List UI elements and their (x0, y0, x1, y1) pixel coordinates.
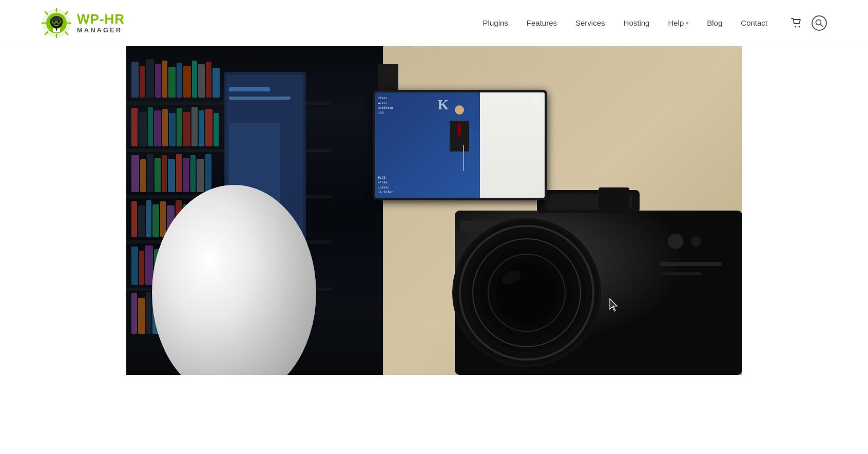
svg-line-19 (821, 24, 823, 27)
nav-item-services[interactable]: Services (575, 18, 605, 27)
vf-hud-line-3: 3:104min (378, 105, 393, 110)
nav-item-features[interactable]: Features (527, 18, 557, 27)
vf-hud-tr-1: 1:920 (531, 96, 540, 101)
hero-image-section: K 26min 42min 3:104min 153 1:920 50i FLC… (0, 46, 868, 375)
vf-k-letter: K (438, 97, 449, 113)
vf-hud-bl-2: close (378, 180, 393, 185)
cart-icon (791, 18, 802, 28)
nav-utility-icons (791, 15, 827, 31)
vf-hud-tr-2: 50i (531, 101, 540, 106)
svg-point-16 (795, 26, 797, 27)
vf-screen-content: K 26min 42min 3:104min 153 1:920 50i FLC… (375, 92, 545, 198)
nav-item-help[interactable]: Help ▿ (668, 18, 688, 27)
nav-item-hosting[interactable]: Hosting (624, 18, 650, 27)
svg-rect-119 (660, 262, 722, 266)
viewfinder-screen: K 26min 42min 3:104min 153 1:920 50i FLC… (373, 90, 547, 200)
svg-rect-96 (229, 97, 291, 100)
nav-item-contact[interactable]: Contact (741, 18, 767, 27)
mouse-cursor (609, 298, 619, 314)
vf-person-body (450, 121, 469, 152)
svg-rect-121 (599, 187, 629, 213)
main-navigation: Plugins Features Services Hosting Help ▿… (483, 15, 827, 31)
nav-help-link[interactable]: Help (668, 18, 684, 27)
svg-point-17 (799, 26, 800, 27)
vf-hud-top-right: 1:920 50i (531, 96, 540, 105)
site-logo[interactable]: WP-HR MANAGER (41, 8, 125, 39)
vf-hud-top-left: 26min 42min 3:104min 153 (378, 96, 393, 115)
vf-light-bg (480, 92, 544, 198)
nav-item-blog[interactable]: Blog (707, 18, 722, 27)
vf-mic-stand (463, 145, 464, 171)
svg-rect-120 (660, 272, 701, 275)
vf-hud-bl-1: FLCS (378, 175, 393, 180)
vf-hud-bl-3: intern (378, 185, 393, 190)
cursor-arrow-icon (609, 298, 619, 312)
svg-point-117 (668, 234, 683, 249)
search-button[interactable] (812, 15, 827, 31)
vf-hud-bl-4: ia 5nfer (378, 190, 393, 195)
svg-point-118 (691, 236, 701, 247)
viewfinder-arm (378, 64, 398, 90)
logo-text-area: WP-HR MANAGER (77, 12, 125, 34)
logo-wp-hr-text: WP-HR (77, 12, 125, 27)
logo-manager-text: MANAGER (77, 27, 125, 34)
site-header: WP-HR MANAGER Plugins Features Services … (0, 0, 868, 46)
logo-wp-part: WP-HR (77, 11, 125, 27)
logo-icon (41, 8, 72, 39)
vf-person-head (455, 105, 464, 115)
vf-hud-line-2: 42min (378, 101, 393, 106)
cart-button[interactable] (791, 18, 802, 28)
chevron-down-icon: ▿ (686, 20, 688, 26)
hero-image-canvas: K 26min 42min 3:104min 153 1:920 50i FLC… (126, 46, 742, 375)
camera-viewfinder: K 26min 42min 3:104min 153 1:920 50i FLC… (373, 64, 547, 200)
vf-person-tie (458, 123, 461, 136)
svg-rect-95 (229, 87, 270, 91)
vf-hud-bottom-left: FLCS close intern ia 5nfer (378, 175, 393, 195)
search-icon (815, 19, 823, 27)
svg-point-115 (496, 262, 557, 324)
vf-hud-line-4: 153 (378, 110, 393, 116)
nav-item-plugins[interactable]: Plugins (483, 18, 508, 27)
vf-hud-line-1: 26min (378, 96, 393, 101)
